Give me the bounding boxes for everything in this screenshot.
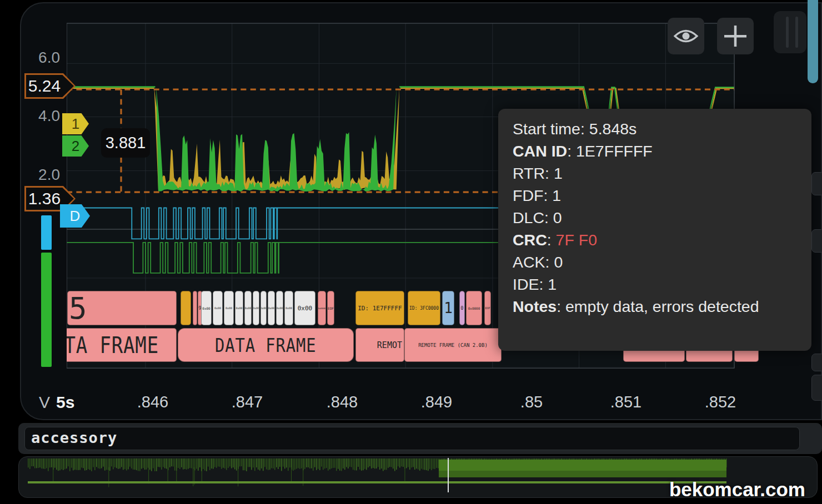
y-axis-label: 4.0 <box>32 107 60 125</box>
decode-block[interactable]: 0x00 <box>244 291 252 325</box>
decode-block[interactable]: 1 <box>442 291 454 325</box>
decode-block[interactable] <box>181 291 191 325</box>
tooltip-line: IDE: 1 <box>513 273 811 295</box>
decode-block[interactable]: REMOTE FRAME (CAN 2.0B) <box>404 328 502 362</box>
time-tick-label: .847 <box>232 393 263 411</box>
decode-block[interactable]: EOF <box>327 291 334 325</box>
digital-channel-bar[interactable] <box>41 215 52 250</box>
time-tick-label: .846 <box>137 393 168 411</box>
time-tick-label: .852 <box>705 393 736 411</box>
tooltip-line: RTR: 1 <box>513 162 811 184</box>
decode-block[interactable]: 0x00 <box>253 291 259 325</box>
visibility-button[interactable] <box>668 18 704 54</box>
decode-block[interactable]: ID: 3FC0000 <box>408 291 440 325</box>
y-axis-label: 2.0 <box>32 166 60 184</box>
panel-drag-handle[interactable] <box>774 11 806 53</box>
edge-button[interactable] <box>811 229 822 253</box>
edge-button[interactable] <box>811 375 822 401</box>
decode-block[interactable]: 0x00 <box>201 291 212 325</box>
decode-block[interactable]: 0x00 <box>213 291 223 325</box>
measurement-value: 3.881 <box>106 134 146 152</box>
decode-block[interactable]: 0x00 <box>268 291 275 325</box>
tooltip-line: CRC: 7F F0 <box>513 229 811 251</box>
tooltip-line: ACK: 0 <box>513 251 811 273</box>
time-tick-label: .848 <box>327 393 358 411</box>
time-tick-label: .849 <box>421 393 452 411</box>
decode-block[interactable]: 0x00 <box>235 291 243 325</box>
time-tick-label: .851 <box>610 393 641 411</box>
scope-app: 6.04.02.0 5.241.36 12D 3.881 590x000x000… <box>0 0 822 504</box>
tooltip-line: Start time: 5.848s <box>513 118 811 140</box>
plus-icon <box>723 23 748 49</box>
measurement-readout: 3.881 <box>101 128 150 158</box>
voltage-marker[interactable]: 5.24 <box>24 73 76 99</box>
decode-block[interactable]: 0x00 <box>276 291 283 325</box>
add-channel-button[interactable] <box>717 18 754 54</box>
decode-block[interactable]: DATA FRAME <box>178 328 354 362</box>
accessory-label: accessory <box>31 429 117 446</box>
decode-block[interactable]: 0x00 <box>284 291 293 325</box>
tooltip-line: FDF: 1 <box>513 184 811 206</box>
decode-block[interactable]: 5 <box>67 291 177 325</box>
tooltip-line: Notes: empty data, errors detected <box>513 295 811 317</box>
tooltip-line: DLC: 0 <box>513 206 811 229</box>
can-frame-tooltip: Start time: 5.848sCAN ID: 1E7FFFFFRTR: 1… <box>498 109 811 351</box>
watermark: bekomcar.com <box>669 478 805 501</box>
decode-block[interactable]: 0x00 <box>224 291 234 325</box>
eye-icon <box>673 28 699 44</box>
edge-button[interactable] <box>811 172 822 195</box>
edge-button[interactable] <box>811 354 822 371</box>
decode-block[interactable]: 0x00 <box>260 291 267 325</box>
decode-block[interactable]: 0x00 <box>294 291 315 325</box>
decode-block[interactable]: 0x0000 <box>318 291 326 325</box>
decode-block[interactable]: 0x0000 <box>466 291 482 325</box>
accessory-bar-inner <box>24 427 800 450</box>
analog-channel-bar[interactable] <box>41 253 52 367</box>
decode-block[interactable]: DATA FRAME <box>67 328 177 362</box>
y-axis-label: 6.0 <box>32 49 60 67</box>
decode-block[interactable]: 0 <box>459 291 465 325</box>
decode-block[interactable]: EOF <box>484 291 491 325</box>
handle-groove <box>795 17 798 48</box>
time-tick-label: .85 <box>520 393 543 411</box>
decode-block[interactable]: ID: 1E7FFFFF <box>355 291 404 325</box>
handle-groove <box>786 17 789 48</box>
decode-block[interactable] <box>193 291 197 325</box>
axis-unit-label: V <box>39 393 50 412</box>
time-scale-label: 5s <box>56 393 74 412</box>
decode-block[interactable]: REMOT <box>355 328 404 362</box>
tooltip-line: CAN ID: 1E7FFFFF <box>513 140 811 162</box>
vertical-scrollbar[interactable] <box>808 0 818 83</box>
